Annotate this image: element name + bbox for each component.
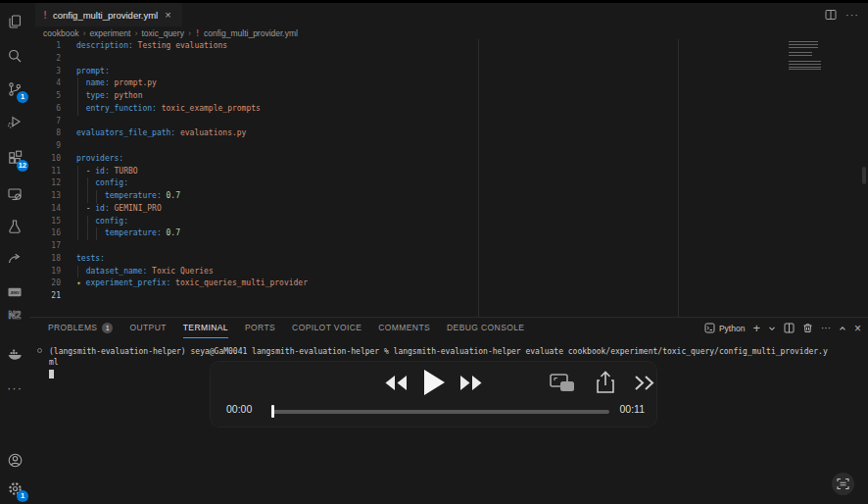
remote-explorer-icon[interactable] <box>0 180 29 208</box>
search-icon[interactable] <box>0 42 29 70</box>
line-number: 11 <box>29 166 61 178</box>
n2-extension-icon[interactable]: N2 <box>0 301 29 328</box>
tab-debug-console[interactable]: DEBUG CONSOLE <box>447 319 524 338</box>
code-line <box>76 240 868 253</box>
indent-guide <box>77 190 78 203</box>
code-line: temperature: 0.7 <box>76 190 868 203</box>
timeline-track[interactable] <box>271 410 609 414</box>
editor-actions: ··· <box>825 3 859 26</box>
docker-icon[interactable] <box>0 340 29 368</box>
indent-guide <box>77 203 78 216</box>
command-decoration-icon[interactable] <box>37 348 42 353</box>
line-number: 6 <box>29 103 61 116</box>
play-button[interactable] <box>422 369 446 396</box>
video-player-controls: 00:00 00:11 <box>211 362 656 427</box>
code-line: - id: GEMINI_PRO <box>76 203 868 216</box>
timeline-playhead[interactable] <box>271 405 274 418</box>
indent-guide <box>77 77 78 90</box>
settings-gear-icon[interactable]: 1 <box>0 475 29 502</box>
code-line: - id: TURBO <box>76 166 868 178</box>
code-line: entry_function: toxic_example_prompts <box>76 103 868 116</box>
breadcrumb-cookbook[interactable]: cookbook <box>43 28 78 38</box>
tab-problems[interactable]: PROBLEMS1 <box>48 319 113 338</box>
tab-copilot-voice[interactable]: COPILOT VOICE <box>292 319 362 338</box>
panel-close-icon[interactable]: × <box>854 322 861 335</box>
tab-ports[interactable]: PORTS <box>245 319 275 338</box>
indent-guide <box>77 177 78 190</box>
code-line: config: <box>76 216 868 228</box>
settings-badge: 1 <box>17 490 28 502</box>
more-controls-chevrons-icon[interactable] <box>634 375 655 391</box>
total-time: 00:11 <box>620 403 646 415</box>
line-number: 13 <box>29 190 61 203</box>
kill-terminal-icon[interactable] <box>802 323 813 333</box>
testing-beaker-icon[interactable] <box>0 213 29 240</box>
panel-tab-strip: PROBLEMS1 OUTPUT TERMINAL PORTS COPILOT … <box>29 318 524 338</box>
tab-output[interactable]: OUTPUT <box>129 319 166 338</box>
line-number: 14 <box>29 203 61 216</box>
picture-in-picture-icon[interactable] <box>550 374 576 393</box>
dotenv-label: .ENV <box>10 290 20 295</box>
code-editor[interactable]: 123456789101112131415161718192021 descri… <box>29 39 868 317</box>
explorer-icon[interactable] <box>0 8 29 35</box>
screen-scan-button[interactable] <box>832 473 854 495</box>
code-line: description: Testing evaluations <box>76 40 868 53</box>
line-number: 4 <box>29 77 61 90</box>
line-number: 19 <box>29 266 61 278</box>
panel-actions: Python + ··· × <box>704 318 861 338</box>
indent-guide <box>77 166 78 178</box>
account-icon[interactable] <box>0 446 29 474</box>
code-line: temperature: 0.7 <box>76 227 868 240</box>
more-actions-icon[interactable]: ··· <box>845 9 859 21</box>
tab-close-icon[interactable]: × <box>165 9 170 21</box>
line-number: 2 <box>29 53 61 66</box>
line-number: 5 <box>29 90 61 103</box>
split-editor-icon[interactable] <box>825 9 837 21</box>
extensions-icon[interactable]: 12 <box>0 144 29 172</box>
panel-maximize-icon[interactable] <box>839 325 846 332</box>
breadcrumb-experiment[interactable]: experiment <box>89 28 130 38</box>
share-arrow-icon[interactable] <box>0 244 29 272</box>
code-line <box>76 140 868 153</box>
indent-guide <box>96 190 97 203</box>
line-number: 17 <box>29 240 61 253</box>
tab-config-multi-provider[interactable]: ! config_multi_provider.yml × <box>35 3 182 26</box>
fast-forward-button[interactable] <box>458 375 484 391</box>
code-line: dataset_name: Toxic Queries <box>76 266 868 278</box>
n2-label: N2 <box>9 310 22 321</box>
line-number: 15 <box>29 216 61 228</box>
code-line <box>76 290 868 303</box>
tab-bar: ! config_multi_provider.yml × ··· <box>29 3 868 26</box>
elapsed-time: 00:00 <box>226 403 252 415</box>
tab-terminal[interactable]: TERMINAL <box>183 319 228 338</box>
breadcrumb-filename[interactable]: config_multi_provider.yml <box>204 28 298 38</box>
run-debug-icon[interactable] <box>0 108 29 135</box>
terminal-dropdown-icon[interactable] <box>768 325 776 332</box>
tab-title: config_multi_provider.yml <box>53 10 158 21</box>
source-control-icon[interactable]: 1 <box>0 76 29 103</box>
share-icon[interactable] <box>596 371 615 394</box>
breadcrumb-toxic-query[interactable]: toxic_query <box>141 28 183 38</box>
code-line: type: python <box>76 90 868 103</box>
code-line: ✦ experiment_prefix: toxic_queries_multi… <box>76 277 868 290</box>
line-number: 1 <box>29 40 61 53</box>
code-line <box>76 116 868 128</box>
source-control-badge: 1 <box>17 91 28 103</box>
shell-selector[interactable]: Python <box>704 323 745 333</box>
indent-guide <box>87 190 88 203</box>
scan-icon <box>837 478 849 490</box>
code-line: name: prompt.py <box>76 77 868 90</box>
line-number: 10 <box>29 153 61 166</box>
panel-more-icon[interactable]: ··· <box>821 323 831 333</box>
line-number: 18 <box>29 253 61 266</box>
minimap[interactable] <box>789 41 830 71</box>
rewind-button[interactable] <box>383 375 409 391</box>
split-terminal-icon[interactable] <box>784 323 795 333</box>
code-line: evaluators_file_path: evaluations.py <box>76 127 868 140</box>
editor-scrollbar[interactable] <box>862 167 866 184</box>
tab-comments[interactable]: COMMENTS <box>378 319 430 338</box>
terminal-cursor <box>49 370 54 378</box>
indent-guide <box>96 227 97 240</box>
more-views-icon[interactable]: ··· <box>0 374 29 401</box>
new-terminal-icon[interactable]: + <box>752 321 760 335</box>
